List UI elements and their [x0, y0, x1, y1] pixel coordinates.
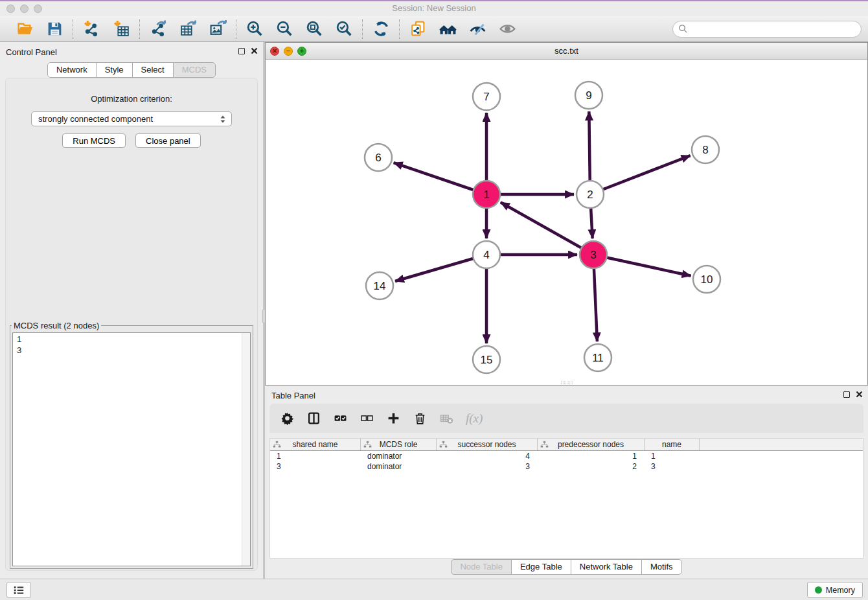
- zoom-out-button[interactable]: [275, 20, 293, 38]
- tab-network-table[interactable]: Network Table: [571, 559, 642, 575]
- close-panel-button[interactable]: Close panel: [135, 133, 201, 148]
- export-image-button[interactable]: [209, 20, 227, 38]
- graph-node-7[interactable]: 7: [473, 83, 500, 110]
- node-label: 11: [592, 352, 604, 364]
- add-column-button[interactable]: [386, 411, 400, 426]
- list-icon: [13, 585, 25, 595]
- graph-node-6[interactable]: 6: [365, 144, 392, 171]
- float-panel-icon[interactable]: [238, 48, 245, 54]
- graph-node-10[interactable]: 10: [693, 266, 720, 293]
- column-header-shared-name[interactable]: shared name: [270, 439, 361, 450]
- float-table-panel-icon[interactable]: [843, 391, 850, 398]
- column-header-name[interactable]: name: [645, 439, 700, 450]
- save-session-button[interactable]: [45, 20, 63, 38]
- optimization-criterion-label: Optimization criterion:: [6, 94, 257, 104]
- mcds-result-title: MCDS result (2 nodes): [12, 321, 101, 330]
- tab-motifs[interactable]: Motifs: [641, 559, 682, 575]
- cell-successor-nodes: 4: [437, 452, 538, 461]
- delete-table-button: [439, 411, 453, 426]
- close-table-panel-icon[interactable]: [856, 391, 863, 398]
- select-all-rows-button[interactable]: [333, 411, 347, 426]
- first-neighbors-icon: [439, 20, 457, 38]
- window-title: Session: New Session: [0, 3, 868, 13]
- toggle-columns-button[interactable]: [306, 411, 321, 426]
- node-label: 10: [701, 273, 713, 286]
- close-panel-icon[interactable]: [251, 47, 258, 54]
- node-label: 8: [702, 144, 708, 156]
- export-network-button[interactable]: [149, 20, 167, 38]
- open-session-button[interactable]: [16, 20, 34, 38]
- edge-1-6[interactable]: [394, 163, 486, 194]
- graph-node-3[interactable]: 3: [580, 241, 607, 268]
- graph-node-11[interactable]: 11: [584, 344, 611, 371]
- tab-style[interactable]: Style: [96, 62, 133, 78]
- add-column-icon: [387, 411, 400, 425]
- graph-node-4[interactable]: 4: [473, 241, 500, 268]
- tab-node-table[interactable]: Node Table: [451, 559, 512, 575]
- tab-edge-table[interactable]: Edge Table: [511, 559, 571, 575]
- column-type-icon: [363, 441, 372, 448]
- export-table-button[interactable]: [179, 20, 197, 38]
- result-scrollbar[interactable]: [242, 333, 250, 566]
- column-header-MCDS-role[interactable]: MCDS role: [361, 439, 437, 450]
- cell-predecessor-nodes: 1: [538, 452, 645, 461]
- node-label: 9: [586, 89, 591, 102]
- control-panel-tabs: NetworkStyleSelectMCDS: [0, 62, 263, 78]
- zoom-selected-button[interactable]: [335, 20, 353, 38]
- show-hidden-button[interactable]: [498, 20, 516, 38]
- hide-selected-button[interactable]: [468, 20, 486, 38]
- network-canvas[interactable]: 7968124314101511: [266, 60, 867, 385]
- show-hidden-icon: [499, 20, 516, 38]
- column-header-successor-nodes[interactable]: successor nodes: [437, 439, 538, 450]
- import-network-button[interactable]: [82, 20, 100, 38]
- memory-button[interactable]: Memory: [807, 582, 863, 598]
- tab-mcds[interactable]: MCDS: [173, 62, 216, 78]
- window-titlebar: Session: New Session: [0, 1, 868, 16]
- search-input[interactable]: [672, 21, 862, 38]
- task-history-button[interactable]: [6, 582, 31, 598]
- column-label: successor nodes: [457, 440, 516, 449]
- dropdown-stepper-icon: [218, 114, 228, 124]
- deselect-all-rows-button[interactable]: [360, 411, 374, 426]
- node-label: 7: [483, 91, 489, 103]
- graph-node-9[interactable]: 9: [575, 82, 602, 109]
- main-toolbar: [0, 16, 868, 42]
- run-mcds-button[interactable]: Run MCDS: [62, 133, 126, 148]
- table-header-row: shared nameMCDS rolesuccessor nodesprede…: [270, 439, 863, 451]
- table-row[interactable]: 1dominator411: [270, 451, 863, 461]
- canvas-resize-grip[interactable]: [561, 382, 573, 384]
- toolbar-group: [140, 20, 236, 38]
- graph-node-8[interactable]: 8: [692, 136, 719, 163]
- first-neighbors-button[interactable]: [439, 20, 457, 38]
- duplicate-network-button[interactable]: [409, 20, 427, 38]
- delete-column-button[interactable]: [413, 411, 427, 426]
- column-header-predecessor-nodes[interactable]: predecessor nodes: [538, 439, 645, 450]
- tab-select[interactable]: Select: [132, 62, 174, 78]
- edge-2-8[interactable]: [590, 156, 691, 194]
- hide-selected-icon: [469, 20, 486, 38]
- apply-preferred-layout-button[interactable]: [372, 20, 390, 38]
- import-table-button[interactable]: [112, 20, 130, 38]
- graph-node-15[interactable]: 15: [473, 346, 500, 373]
- save-session-icon: [46, 20, 63, 38]
- tab-network[interactable]: Network: [47, 62, 97, 78]
- mcds-panel: Optimization criterion: strongly connect…: [5, 78, 258, 571]
- graph-node-1[interactable]: 1: [473, 181, 500, 208]
- optimization-criterion-select[interactable]: strongly connected component: [31, 111, 232, 126]
- edge-3-10[interactable]: [593, 255, 691, 276]
- memory-label: Memory: [826, 586, 855, 595]
- mcds-result-list: 13: [12, 332, 251, 566]
- node-label: 4: [483, 249, 489, 261]
- memory-status-icon: [815, 586, 822, 594]
- zoom-in-button[interactable]: [246, 20, 264, 38]
- zoom-fit-button[interactable]: [305, 20, 323, 38]
- table-settings-button[interactable]: [280, 411, 294, 426]
- edge-3-1[interactable]: [501, 202, 593, 255]
- node-label: 14: [374, 280, 386, 292]
- table-row[interactable]: 3dominator323: [270, 461, 863, 472]
- cell-MCDS-role: dominator: [361, 452, 437, 461]
- graph-node-14[interactable]: 14: [366, 272, 393, 299]
- toolbar-group: [236, 20, 362, 38]
- status-bar: Memory: [0, 579, 868, 600]
- graph-node-2[interactable]: 2: [577, 181, 604, 208]
